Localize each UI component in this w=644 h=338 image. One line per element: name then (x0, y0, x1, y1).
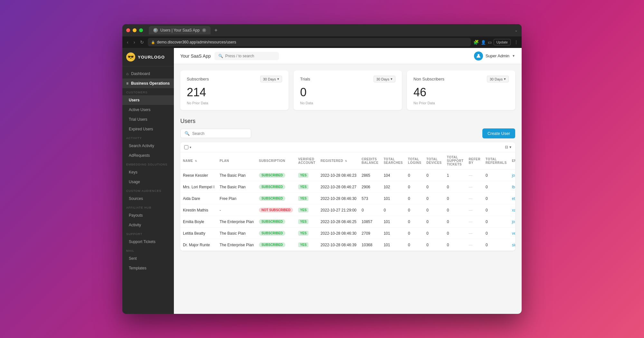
cell-verified: YES (296, 228, 318, 239)
new-tab-button[interactable]: + (214, 27, 217, 33)
topbar-search-box[interactable]: 🔍 (214, 52, 279, 60)
col-header-email[interactable]: EMAIL ⇅ (509, 152, 515, 170)
sidebar-item-sent[interactable]: Sent (122, 254, 174, 263)
stat-period-dropdown[interactable]: 30 Days ▾ (260, 76, 282, 82)
close-dot[interactable] (126, 28, 130, 32)
browser-menu-icon[interactable]: ⋮ (514, 40, 518, 45)
app-name: Your SaaS App (180, 53, 211, 59)
cell-subscription: SUBSCRIBED (256, 228, 296, 239)
subscription-badge: SUBSCRIBED (259, 184, 285, 189)
cell-verified: YES (296, 204, 318, 216)
sidebar-item-activity[interactable]: Activity (122, 220, 174, 230)
sidebar-item-usage[interactable]: Usage (122, 177, 174, 187)
sidebar-item-support-tickets[interactable]: Support Tickets (122, 237, 174, 247)
sidebar-item-label: Sent (129, 256, 137, 261)
cell-devices: 0 (424, 228, 444, 239)
cell-refer: — (466, 193, 483, 204)
sidebar-item-label: Templates (129, 266, 147, 270)
select-all-checkbox[interactable] (184, 145, 188, 149)
cell-devices: 0 (424, 216, 444, 228)
table-search-input[interactable] (192, 131, 247, 136)
col-header-devices: TOTALDEVICES (424, 152, 444, 170)
chevron-down-icon: ▾ (391, 77, 393, 81)
sidebar-item-label: Users (129, 98, 139, 102)
sidebar-item-dashboard[interactable]: ⌂ Dashboard (122, 69, 174, 79)
stat-title: Trials (300, 77, 310, 81)
cell-logins: 0 (405, 181, 424, 193)
grid-icon: ≡ (126, 81, 128, 86)
cell-email: lbode@example.org (509, 181, 515, 193)
maximize-dot[interactable] (139, 28, 143, 32)
extensions-icon[interactable]: 🧩 (473, 40, 479, 45)
cell-name: Letitia Beatty (180, 228, 217, 239)
activity-section-label: ACTIVITY (122, 134, 174, 141)
stat-card-header: Subscribers 30 Days ▾ (187, 76, 282, 82)
table-search-box[interactable]: 🔍 (180, 129, 251, 138)
sidebar-item-keys[interactable]: Keys (122, 167, 174, 177)
reload-button[interactable]: ↻ (139, 38, 145, 46)
table-row[interactable]: Mrs. Lori Rempel I The Basic Plan SUBSCR… (180, 181, 515, 193)
forward-button[interactable]: › (132, 38, 137, 46)
sidebar-item-adrequests[interactable]: AdRequests (122, 151, 174, 160)
sidebar-item-payouts[interactable]: Payouts (122, 211, 174, 220)
table-filter-button[interactable]: ⊟ ▾ (505, 145, 511, 149)
topbar-search-input[interactable] (225, 54, 275, 58)
topbar: Your SaaS App 🔍 Super Admin ▼ (174, 48, 522, 64)
select-all-checkbox-wrap[interactable]: ▾ (184, 145, 191, 149)
stat-card-non-subscribers: Non Subscribers 30 Days ▾ 46 No Prior Da… (407, 70, 515, 110)
sidebar-item-label: Keys (129, 170, 137, 174)
verified-badge: YES (298, 242, 308, 247)
profile-icon[interactable]: 👤 (481, 40, 486, 45)
table-row[interactable]: Emilia Boyle The Enterprise Plan SUBSCRI… (180, 216, 515, 228)
stat-period-dropdown[interactable]: 30 Days ▾ (374, 76, 395, 82)
filter-label: ▾ (509, 145, 511, 149)
sidebar-item-sources[interactable]: Sources (122, 194, 174, 203)
sidebar-item-templates[interactable]: Templates (122, 263, 174, 273)
sidebar-item-business-ops[interactable]: ≡ Business Operations (122, 79, 174, 88)
cell-referrals: 0 (483, 204, 509, 216)
cell-referrals: 0 (483, 170, 509, 181)
address-bar[interactable]: 🔒 demo.discover360.app/admin/resources/u… (148, 38, 470, 46)
cell-subscription: NOT SUBSCRIBED (256, 204, 296, 216)
cell-tickets: 0 (444, 193, 466, 204)
col-header-name[interactable]: NAME ⇅ (180, 152, 217, 170)
sidebar-item-expired-users[interactable]: Expired Users (122, 124, 174, 134)
verified-badge: YES (298, 231, 308, 236)
sidebar-item-search-activity[interactable]: Search Activity (122, 141, 174, 151)
back-button[interactable]: ‹ (126, 38, 130, 46)
stats-row: Subscribers 30 Days ▾ 214 No Prior Data … (180, 70, 515, 110)
browser-menu[interactable]: ⌄ (515, 28, 518, 33)
create-user-button[interactable]: Create User (482, 128, 515, 138)
cell-subscription: SUBSCRIBED (256, 193, 296, 204)
cell-referrals: 0 (483, 216, 509, 228)
stat-title: Non Subscribers (413, 77, 444, 81)
table-row[interactable]: Letitia Beatty The Basic Plan SUBSCRIBED… (180, 228, 515, 239)
table-row[interactable]: Aida Dare Free Plan SUBSCRIBED YES 2022-… (180, 193, 515, 204)
update-button[interactable]: Update (494, 39, 511, 45)
sidebar-item-label: Search Activity (129, 144, 154, 148)
sidebar-item-users[interactable]: Users (122, 95, 174, 105)
checkbox-dropdown-icon[interactable]: ▾ (190, 146, 191, 149)
table-row[interactable]: Dr. Major Runte The Enterprise Plan SUBS… (180, 239, 515, 251)
cell-verified: YES (296, 170, 318, 181)
stat-period-dropdown[interactable]: 30 Days ▾ (487, 76, 509, 82)
sidebar-icon[interactable]: ▭ (488, 40, 492, 45)
table-row[interactable]: Reese Kessler The Basic Plan SUBSCRIBED … (180, 170, 515, 181)
topbar-user-menu[interactable]: Super Admin ▼ (474, 52, 515, 61)
col-header-registered[interactable]: REGISTERED ⇅ (318, 152, 359, 170)
cell-verified: YES (296, 193, 318, 204)
stat-card-trials: Trials 30 Days ▾ 0 No Data (294, 70, 402, 110)
users-table-container: ▾ ⊟ ▾ NAME ⇅ PLAN SUBSCRIPTION (180, 142, 515, 251)
cell-email: veda35@example.com (509, 228, 515, 239)
minimize-dot[interactable] (133, 28, 137, 32)
browser-tab[interactable]: 🔍 Users | Your SaaS App ✕ (149, 26, 211, 34)
cell-tickets: 1 (444, 170, 466, 181)
cell-registered: 2022-10-28 08:46:25 (318, 216, 359, 228)
table-row[interactable]: Kirestin Mathis - NOT SUBSCRIBED YES 202… (180, 204, 515, 216)
col-header-verified: VERIFIEDACCOUNT (296, 152, 318, 170)
logo-icon: 😎 (126, 52, 135, 61)
sidebar-item-active-users[interactable]: Active Users (122, 105, 174, 115)
tab-close-button[interactable]: ✕ (202, 28, 206, 32)
sidebar-item-trial-users[interactable]: Trial Users (122, 115, 174, 124)
stat-value: 0 (300, 86, 395, 99)
